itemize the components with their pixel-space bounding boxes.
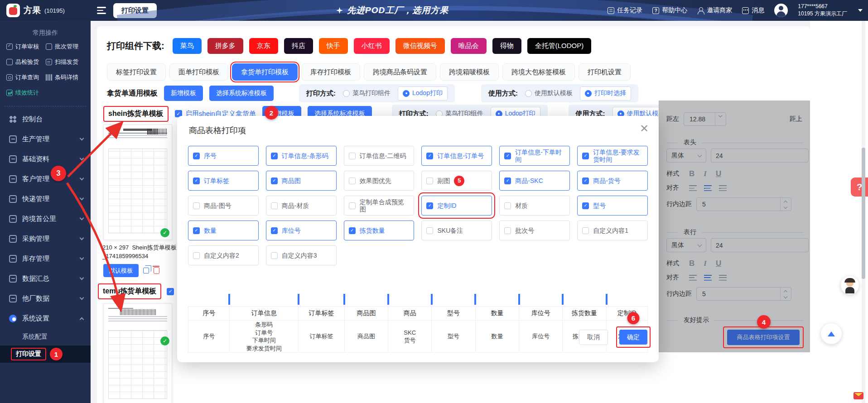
user-menu-caret-icon[interactable] xyxy=(858,9,863,12)
sidebar-item-crossborder[interactable]: 跨境首公里 xyxy=(0,209,91,229)
tab-库存打印模板[interactable]: 库存打印模板 xyxy=(301,63,360,81)
column-resize-handle[interactable] xyxy=(431,294,433,305)
app-logo[interactable]: 方果 (10195) xyxy=(0,4,91,17)
radio-choose-when-print[interactable]: 打印时选择 xyxy=(580,86,631,101)
open-page-tab[interactable]: 打印设置 xyxy=(113,3,157,18)
print-option-商品图[interactable]: ✓商品图 xyxy=(266,171,337,191)
platform-download-全托管(LODOP)[interactable]: 全托管(LODOP) xyxy=(527,38,592,54)
sidebar-item-purchase[interactable]: 采购管理 xyxy=(0,229,91,249)
print-option-商品-材质[interactable]: 商品-材质 xyxy=(266,196,337,216)
shein-template-thumbnail[interactable]: ✓ xyxy=(103,125,172,240)
platform-download-小红书[interactable]: 小红书 xyxy=(354,38,390,54)
quick-action-batch-manage[interactable]: 批次管理 xyxy=(46,43,85,51)
sidebar-item-production[interactable]: 生产管理 xyxy=(0,129,91,149)
print-option-订单信息-要求发货时间[interactable]: ✓订单信息-要求发货时间 xyxy=(577,146,648,166)
sidebar-item-dashboard[interactable]: 控制台 xyxy=(0,109,91,129)
print-option-订单信息-订单号[interactable]: ✓订单信息-订单号 xyxy=(421,146,492,166)
column-resize-handle[interactable] xyxy=(518,294,520,305)
sidebar-item-data-summary[interactable]: 数据汇总 xyxy=(0,269,91,288)
print-option-定制单合成预览图[interactable]: 定制单合成预览图 xyxy=(344,196,415,216)
tab-跨境商品条码设置[interactable]: 跨境商品条码设置 xyxy=(364,63,436,81)
print-option-数量[interactable]: ✓数量 xyxy=(188,221,259,240)
tab-打印机设置[interactable]: 打印机设置 xyxy=(579,63,631,81)
column-resize-handle[interactable] xyxy=(474,294,476,305)
quick-action-quality-check[interactable]: 品检验货 xyxy=(6,58,46,66)
column-resize-handle[interactable] xyxy=(606,294,608,305)
print-option-序号[interactable]: ✓序号 xyxy=(188,146,259,166)
quick-action-performance[interactable]: 绩效统计 xyxy=(6,89,46,97)
scrollbar-thumb[interactable] xyxy=(862,148,865,279)
print-option-效果图优先[interactable]: 效果图优先 xyxy=(344,171,415,191)
user-account[interactable]: 177****5667 10195 方果演示工厂 xyxy=(798,3,847,17)
column-resize-handle[interactable] xyxy=(387,294,389,305)
sidebar-subitem-print-settings[interactable]: 打印设置1 xyxy=(0,345,91,363)
nav-task-record[interactable]: 任务记录 xyxy=(608,6,642,14)
nav-help-center[interactable]: ?帮助中心 xyxy=(652,6,687,14)
radio-default-template[interactable]: 使用默认模板 xyxy=(525,89,573,97)
back-to-top-button[interactable] xyxy=(821,323,842,344)
print-option-批次号[interactable]: 批次号 xyxy=(499,221,570,240)
column-resize-handle[interactable] xyxy=(298,294,299,305)
confirm-button[interactable]: 确定 xyxy=(619,330,647,345)
platform-download-菜鸟[interactable]: 菜鸟 xyxy=(173,38,202,54)
print-option-自定义内容2[interactable]: 自定义内容2 xyxy=(188,245,259,265)
delete-template-icon[interactable] xyxy=(154,267,159,274)
print-option-库位号[interactable]: ✓库位号 xyxy=(266,221,337,240)
tab-拿货单打印模板[interactable]: 拿货单打印模板 xyxy=(232,63,298,81)
tab-跨境箱唛模板[interactable]: 跨境箱唛模板 xyxy=(440,63,499,81)
print-option-SKU备注[interactable]: SKU备注 xyxy=(421,221,492,240)
sidebar-item-customer[interactable]: 客户管理 xyxy=(0,169,91,189)
nav-invite-merchant[interactable]: 邀请商家 xyxy=(697,6,732,14)
sidebar-subitem-system-config[interactable]: 系统配置 xyxy=(0,328,91,345)
platform-download-唯品会[interactable]: 唯品会 xyxy=(451,38,487,54)
platform-download-微信视频号[interactable]: 微信视频号 xyxy=(395,38,445,54)
sidebar-item-other-factory[interactable]: 他厂数据 xyxy=(0,288,91,308)
tab-跨境大包标签模板[interactable]: 跨境大包标签模板 xyxy=(502,63,575,81)
customer-service-avatar[interactable] xyxy=(841,276,859,294)
cancel-button[interactable]: 取消 xyxy=(579,330,608,345)
print-option-商品-图号[interactable]: 商品-图号 xyxy=(188,196,259,216)
print-option-拣货数量[interactable]: ✓拣货数量 xyxy=(344,221,415,240)
column-resize-handle[interactable] xyxy=(343,294,345,305)
platform-download-快手[interactable]: 快手 xyxy=(319,38,348,54)
tab-面单打印模板[interactable]: 面单打印模板 xyxy=(169,63,228,81)
radio-lodop-print[interactable]: Lodop打印 xyxy=(398,86,448,101)
print-option-订单信息-条形码[interactable]: ✓订单信息-条形码 xyxy=(266,146,337,166)
quick-action-scan-ship[interactable]: 扫描发货 xyxy=(46,58,85,66)
print-option-自定义内容1[interactable]: 自定义内容1 xyxy=(577,221,648,240)
column-resize-handle[interactable] xyxy=(228,294,230,305)
radio-cainiao-print[interactable]: 菜鸟打印组件 xyxy=(343,89,391,97)
tab-标签打印设置[interactable]: 标签打印设置 xyxy=(107,63,166,81)
select-standard-template-button[interactable]: 选择系统标准模板 xyxy=(209,86,274,101)
print-option-自定义内容3[interactable]: 自定义内容3 xyxy=(266,245,337,265)
sidebar-item-inventory[interactable]: 库存管理 xyxy=(0,249,91,269)
print-option-副图[interactable]: 副图5 xyxy=(421,171,492,191)
platform-download-拼多多[interactable]: 拼多多 xyxy=(207,38,243,54)
platform-download-得物[interactable]: 得物 xyxy=(492,38,521,54)
print-option-型号[interactable]: ✓型号 xyxy=(577,196,648,216)
print-option-商品-货号[interactable]: ✓商品-货号 xyxy=(577,171,648,191)
close-icon[interactable]: ✕ xyxy=(640,123,649,134)
print-option-订单标签[interactable]: ✓订单标签 xyxy=(188,171,259,191)
mail-corner-icon[interactable] xyxy=(854,392,863,399)
print-option-订单信息-二维码[interactable]: 订单信息-二维码 xyxy=(344,146,415,166)
column-resize-handle[interactable] xyxy=(562,294,564,305)
default-template-button[interactable]: 默认模板 xyxy=(103,264,139,277)
print-option-定制ID[interactable]: ✓定制ID xyxy=(421,196,492,216)
help-float-button[interactable]: ? xyxy=(851,178,868,197)
temu-template-thumbnail[interactable]: ✓ xyxy=(103,303,172,403)
sidebar-item-system-settings[interactable]: 系统设置 xyxy=(0,308,91,328)
quick-action-order-audit[interactable]: 订单审核 xyxy=(6,43,46,51)
collapse-sidebar-icon[interactable] xyxy=(97,7,106,14)
print-option-商品-SKC[interactable]: ✓商品-SKC xyxy=(499,171,570,191)
print-option-材质[interactable]: 材质 xyxy=(499,196,570,216)
nav-messages[interactable]: 消息 xyxy=(742,6,764,14)
sidebar-item-base-data[interactable]: 基础资料 xyxy=(0,149,91,169)
platform-download-抖店[interactable]: 抖店 xyxy=(284,38,313,54)
sidebar-item-express[interactable]: 快递管理 xyxy=(0,189,91,209)
platform-download-京东[interactable]: 京东 xyxy=(249,38,278,54)
user-avatar[interactable] xyxy=(774,4,788,17)
add-template-button[interactable]: 新增模板 xyxy=(164,86,203,101)
copy-template-icon[interactable] xyxy=(143,268,149,273)
print-option-订单信息-下单时间[interactable]: ✓订单信息-下单时间 xyxy=(499,146,570,166)
